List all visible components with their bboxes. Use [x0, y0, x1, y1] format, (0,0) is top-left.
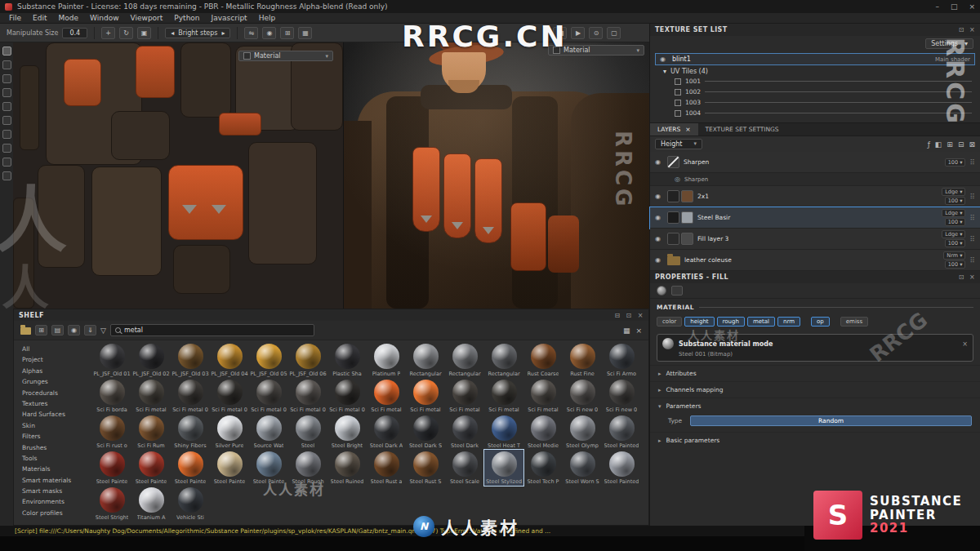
channel-button-emiss[interactable]: emiss — [840, 317, 868, 327]
material-item[interactable]: Rust Coarse — [523, 342, 563, 378]
add-resource-icon[interactable]: ⊞ — [35, 325, 47, 335]
shelf-category-skin[interactable]: Skin — [22, 420, 91, 431]
material-item[interactable]: Steel Dark — [445, 414, 484, 450]
material-item[interactable]: Sci Fi metal 0 — [327, 378, 367, 414]
brush-steps-dropdown[interactable]: ◂ Bright steps ▸ — [165, 28, 230, 38]
move-tool-icon[interactable]: + — [101, 27, 115, 39]
tab-layers[interactable]: LAYERS × — [650, 123, 698, 136]
camera-icon[interactable]: ⊙ — [589, 27, 603, 39]
close-shelf-icon[interactable]: × — [638, 312, 644, 319]
add-effect-icon[interactable]: ƒ — [928, 140, 930, 149]
close-button[interactable]: × — [969, 2, 975, 11]
material-item[interactable]: Plastic Sha — [327, 342, 367, 378]
close-tab-icon[interactable]: × — [685, 126, 690, 133]
viewport[interactable]: Material ▾ Material ▾ — [13, 42, 649, 309]
material-item[interactable]: Sci Fi metal 0 — [210, 378, 249, 414]
shelf-category-brushes[interactable]: Brushes — [22, 442, 91, 453]
channel-button-metal[interactable]: metal — [747, 317, 775, 327]
opacity-value[interactable]: 100 ▾ — [945, 239, 966, 247]
material-item[interactable]: Shiny Fibers — [171, 414, 210, 450]
shelf-category-smart-masks[interactable]: Smart masks — [22, 486, 91, 496]
menu-item-mode[interactable]: Mode — [53, 14, 85, 22]
material-item[interactable]: Sci Fi Rum — [131, 414, 171, 450]
menu-item-javascript[interactable]: Javascript — [206, 14, 253, 22]
material-item[interactable]: Steel Dark S — [406, 414, 445, 450]
uv-tiles-group[interactable]: ▾ UV Tiles (4) — [650, 65, 980, 76]
collapse-panel-icon[interactable]: ⊟ — [614, 312, 620, 319]
menu-item-python[interactable]: Python — [168, 14, 205, 22]
layer-row[interactable]: ◉2x1Ldge ▾100 ▾⠿ — [650, 186, 980, 207]
menu-item-file[interactable]: File — [3, 14, 27, 22]
material-item[interactable]: Steel Ruined — [327, 450, 367, 486]
uv-tile-row[interactable]: 1004 — [650, 108, 980, 118]
material-item[interactable]: Sci Fi rust o — [92, 414, 131, 450]
scale-tool-icon[interactable]: ▣ — [137, 27, 151, 39]
material-item[interactable]: Sci Fi metal 0 — [249, 378, 288, 414]
menu-item-edit[interactable]: Edit — [27, 14, 52, 22]
opacity-value[interactable]: 100 ▾ — [945, 218, 966, 226]
material-item[interactable]: Sci Fi Armo — [602, 342, 641, 378]
filter-funnel-icon[interactable]: ▽ — [100, 327, 106, 335]
eye-icon[interactable]: ◉ — [660, 56, 668, 63]
material-item[interactable]: Rectangular — [406, 342, 445, 378]
quick-mask-icon[interactable] — [2, 144, 11, 153]
shelf-category-alphas[interactable]: Alphas — [22, 366, 91, 376]
material-item[interactable]: Steel — [288, 414, 327, 450]
shelf-category-smart-materials[interactable]: Smart materials — [22, 475, 91, 486]
view2d-material-dropdown[interactable]: Material ▾ — [238, 51, 333, 61]
material-item[interactable]: Sci Fi metal — [523, 378, 563, 414]
material-item[interactable]: PL_JSF_Old 04 — [210, 342, 249, 378]
shelf-category-filters[interactable]: Filters — [22, 431, 91, 442]
material-item[interactable]: Steel Painted — [602, 414, 641, 450]
material-item[interactable]: Steel Stright — [92, 486, 131, 522]
shelf-category-color-profiles[interactable]: Color profiles — [22, 508, 91, 518]
menu-item-help[interactable]: Help — [253, 14, 282, 22]
channel-button-color[interactable]: color — [657, 317, 682, 327]
material-item[interactable]: Steel Painte — [131, 450, 171, 486]
layer-row[interactable]: ◎Sharpen — [650, 173, 980, 186]
material-item[interactable]: Silver Pure — [210, 414, 249, 450]
material-item[interactable]: Steel Rust S — [406, 450, 445, 486]
minimize-button[interactable]: – — [935, 2, 939, 11]
drag-handle-icon[interactable]: ⠿ — [969, 256, 975, 264]
channel-button-op[interactable]: op — [811, 317, 830, 327]
texture-set-item[interactable]: ◉ blint1 Main shader — [655, 53, 975, 65]
material-item[interactable]: Steel Dark A — [367, 414, 406, 450]
material-item[interactable]: Steel Rust a — [367, 450, 406, 486]
eye-icon[interactable]: ◉ — [655, 158, 663, 166]
drag-handle-icon[interactable]: ⠿ — [969, 193, 975, 201]
material-item[interactable]: Vehicle Sti — [171, 486, 210, 522]
menu-item-window[interactable]: Window — [84, 14, 125, 22]
shelf-category-procedurals[interactable]: Procedurals — [22, 388, 91, 398]
pin-panel-icon[interactable]: ⊡ — [959, 26, 964, 33]
shelf-search-box[interactable] — [110, 324, 314, 336]
uv-tile-row[interactable]: 1001 — [650, 76, 980, 87]
clone-tool-icon[interactable] — [2, 116, 11, 125]
section-attributes[interactable]: ▸ Attributes — [650, 365, 980, 381]
delete-layer-icon[interactable]: ⊠ — [969, 140, 975, 149]
material-item[interactable]: Sci Fi new 0 — [563, 378, 602, 414]
rotate-tool-icon[interactable]: ↻ — [119, 27, 133, 39]
drag-handle-icon[interactable]: ⠿ — [969, 158, 975, 167]
drag-handle-icon[interactable]: ⠿ — [969, 214, 975, 222]
material-item[interactable]: Steel Tech P — [523, 450, 563, 486]
material-item[interactable]: PL_JSF_Old 05 — [249, 342, 288, 378]
eraser-tool-icon[interactable] — [2, 60, 11, 69]
material-item[interactable]: Steel Painte — [249, 450, 288, 486]
material-item[interactable]: Steel Worn S — [563, 450, 602, 486]
eye-icon[interactable]: ◉ — [655, 214, 663, 221]
smudge-tool-icon[interactable] — [2, 102, 11, 111]
shelf-category-environments[interactable]: Environments — [22, 496, 91, 507]
material-item[interactable]: Steel Bright — [327, 414, 367, 450]
shelf-folder-icon[interactable] — [20, 327, 31, 335]
viewer-settings-icon[interactable] — [2, 171, 11, 180]
list-view-icon[interactable]: ▤ — [51, 325, 64, 335]
opacity-value[interactable]: 100 ▾ — [945, 197, 966, 205]
settings-dropdown[interactable]: Settings ▾ — [925, 38, 973, 49]
drag-handle-icon[interactable]: ⠿ — [969, 235, 975, 243]
parameter-type-dropdown[interactable]: Random — [690, 415, 972, 426]
material-item[interactable]: Source Wat — [249, 414, 288, 450]
material-item[interactable]: Sci Fi new 0 — [602, 378, 641, 414]
shelf-category-all[interactable]: All — [22, 344, 91, 354]
material-item[interactable]: Steel Medie — [523, 414, 563, 450]
